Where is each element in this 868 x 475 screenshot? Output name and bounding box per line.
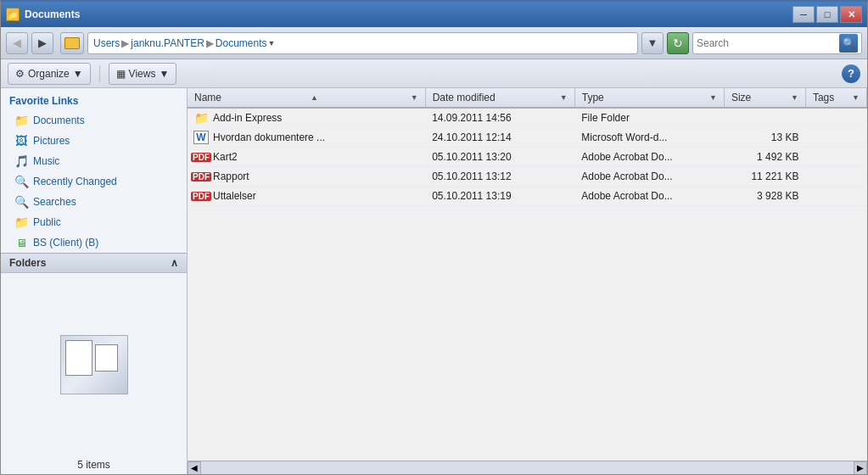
recently-changed-icon: 🔍 [14, 175, 28, 188]
folders-section[interactable]: Folders ∧ [1, 253, 187, 272]
maximize-button[interactable]: □ [816, 6, 838, 23]
sidebar: Favorite Links 📁 Documents 🖼 Pictures 🎵 … [1, 88, 188, 474]
views-label: Views [129, 68, 156, 80]
breadcrumb-dropdown-button[interactable]: ▼ [641, 32, 664, 54]
folders-arrow: ∧ [171, 257, 178, 269]
breadcrumb-dropdown-arrow[interactable]: ▼ [268, 39, 276, 48]
sidebar-item-documents[interactable]: 📁 Documents [1, 110, 187, 131]
file-name: Add-in Express [213, 112, 282, 124]
col-name-sort: ▲ [311, 93, 318, 102]
minimize-button[interactable]: ─ [792, 6, 815, 23]
sidebar-item-music[interactable]: 🎵 Music [1, 151, 187, 171]
file-name-cell: PDF Rapport [188, 167, 425, 187]
file-tags [805, 108, 866, 128]
table-row[interactable]: 📁 Add-in Express 14.09.2011 14:56 File F… [188, 108, 867, 128]
sidebar-item-documents-label: Documents [33, 115, 85, 126]
table-row[interactable]: PDF Kart2 05.10.2011 13:20 Adobe Acrobat… [188, 148, 867, 167]
file-date: 05.10.2011 13:12 [425, 167, 574, 187]
sidebar-item-pictures[interactable]: 🖼 Pictures [1, 131, 187, 151]
sidebar-item-bs-client-label: BS (Client) (B) [33, 237, 98, 249]
col-date-label: Date modified [433, 92, 496, 103]
sidebar-item-music-label: Music [33, 155, 59, 167]
sidebar-item-recently-changed[interactable]: 🔍 Recently Changed [1, 171, 187, 192]
search-go-button[interactable]: 🔍 [839, 34, 858, 53]
file-size: 3 928 KB [724, 187, 805, 206]
col-name-arrow[interactable]: ▼ [411, 93, 418, 102]
file-date: 05.10.2011 13:19 [425, 187, 574, 206]
hscroll-right-button[interactable]: ▶ [854, 461, 867, 475]
toolbar: ⚙ Organize ▼ ▦ Views ▼ ? [1, 59, 867, 88]
window-controls: ─ □ ✕ [792, 6, 862, 23]
col-name-label: Name [194, 92, 221, 103]
file-type: File Folder [574, 108, 724, 128]
file-name: Kart2 [213, 151, 238, 163]
col-tags-label: Tags [813, 92, 834, 103]
col-tags-arrow[interactable]: ▼ [852, 93, 860, 102]
col-size-arrow[interactable]: ▼ [791, 93, 798, 102]
file-name: Rapport [213, 170, 249, 182]
file-tags [805, 128, 866, 148]
files-table: Name ▲ ▼ Date modified ▼ [188, 88, 867, 206]
file-size: 11 221 KB [724, 167, 805, 187]
sidebar-item-recently-changed-label: Recently Changed [33, 176, 117, 187]
col-header-date[interactable]: Date modified ▼ [425, 88, 574, 108]
status-item-count: 5 items [1, 455, 187, 474]
hscroll-track[interactable] [201, 461, 854, 474]
file-size [724, 108, 805, 128]
search-input[interactable] [697, 37, 839, 49]
file-type: Adobe Acrobat Do... [574, 187, 724, 206]
sidebar-item-searches-label: Searches [33, 196, 76, 208]
table-row[interactable]: W Hvordan dokumentere ... 24.10.2011 12:… [188, 128, 867, 148]
back-button[interactable]: ◀ [6, 32, 28, 54]
sidebar-item-searches[interactable]: 🔍 Searches [1, 192, 187, 212]
main-window: 📁 Documents ─ □ ✕ ◀ ▶ Users ▶ janknu.PAN… [0, 0, 868, 475]
file-table: Name ▲ ▼ Date modified ▼ [188, 88, 867, 461]
window-icon: 📁 [6, 8, 20, 21]
file-name-cell: PDF Uttalelser [188, 187, 425, 206]
breadcrumb-janknu[interactable]: janknu.PANTER [131, 37, 204, 49]
file-tags [805, 148, 866, 167]
table-row[interactable]: PDF Uttalelser 05.10.2011 13:19 Adobe Ac… [188, 187, 867, 206]
sidebar-item-bs-client[interactable]: 🖥 BS (Client) (B) [1, 232, 187, 253]
file-type: Adobe Acrobat Do... [574, 148, 724, 167]
forward-button[interactable]: ▶ [31, 32, 53, 54]
breadcrumb-bar[interactable]: Users ▶ janknu.PANTER ▶ Documents ▼ [87, 32, 638, 54]
search-box[interactable]: 🔍 [692, 32, 862, 54]
file-name: Hvordan dokumentere ... [213, 131, 325, 143]
table-row[interactable]: PDF Rapport 05.10.2011 13:12 Adobe Acrob… [188, 167, 867, 187]
col-type-arrow[interactable]: ▼ [709, 93, 717, 102]
file-tags [805, 167, 866, 187]
views-arrow: ▼ [159, 68, 169, 80]
file-size: 1 492 KB [724, 148, 805, 167]
breadcrumb-sep-2: ▶ [206, 37, 214, 49]
sidebar-item-public[interactable]: 📁 Public [1, 212, 187, 232]
file-type-icon: W [194, 131, 208, 144]
breadcrumb-documents[interactable]: Documents [216, 37, 267, 49]
organize-button[interactable]: ⚙ Organize ▼ [8, 63, 91, 85]
help-button[interactable]: ? [842, 64, 860, 83]
file-name: Uttalelser [213, 190, 256, 202]
file-date: 14.09.2011 14:56 [425, 108, 574, 128]
folder-nav-button[interactable] [60, 32, 84, 54]
organize-arrow: ▼ [73, 68, 83, 80]
views-icon: ▦ [116, 68, 126, 80]
col-header-name[interactable]: Name ▲ ▼ [188, 88, 425, 108]
address-bar: ◀ ▶ Users ▶ janknu.PANTER ▶ Documents ▼ … [1, 27, 867, 59]
col-header-tags[interactable]: Tags ▼ [805, 88, 866, 108]
file-type-icon: PDF [194, 150, 208, 164]
hscroll-left-button[interactable]: ◀ [188, 461, 201, 475]
file-name-cell: PDF Kart2 [188, 148, 425, 167]
col-header-type[interactable]: Type ▼ [574, 88, 724, 108]
refresh-button[interactable]: ↻ [667, 32, 689, 54]
close-button[interactable]: ✕ [840, 6, 862, 23]
sidebar-item-public-label: Public [33, 216, 61, 228]
file-area: Name ▲ ▼ Date modified ▼ [188, 88, 867, 474]
col-header-size[interactable]: Size ▼ [724, 88, 805, 108]
title-bar: 📁 Documents ─ □ ✕ [1, 2, 867, 27]
views-button[interactable]: ▦ Views ▼ [109, 63, 177, 85]
col-date-arrow[interactable]: ▼ [560, 93, 568, 102]
horizontal-scrollbar[interactable]: ◀ ▶ [188, 461, 867, 474]
file-type: Microsoft Word-d... [574, 128, 724, 148]
pictures-icon: 🖼 [14, 134, 28, 148]
breadcrumb-users[interactable]: Users [93, 37, 120, 49]
